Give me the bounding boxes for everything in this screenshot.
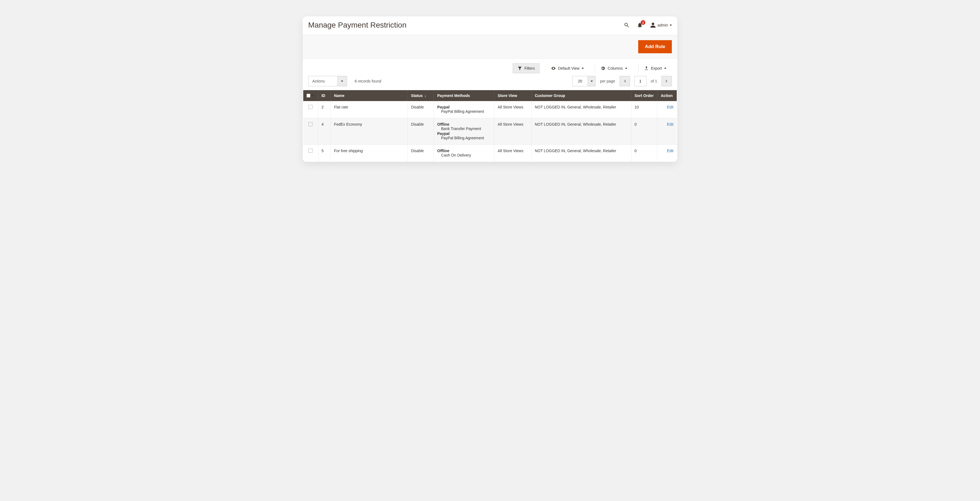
payment-method-group: Paypal: [437, 132, 491, 136]
cell-action: Edit: [657, 145, 677, 162]
col-header-sort-order[interactable]: Sort Order: [631, 90, 657, 101]
next-page-button[interactable]: [662, 76, 672, 86]
prev-page-button[interactable]: [620, 76, 630, 86]
caret-down-icon: [341, 81, 343, 82]
cell-name: Flat rate: [331, 101, 408, 118]
cell-status: Disable: [408, 118, 434, 145]
cell-status: Disable: [408, 145, 434, 162]
search-button[interactable]: [624, 22, 630, 28]
default-view-label: Default View: [558, 66, 579, 70]
col-header-checkbox[interactable]: [303, 90, 318, 101]
cell-id: 2: [318, 101, 331, 118]
cell-action: Edit: [657, 118, 677, 145]
caret-down-icon: [590, 81, 593, 82]
chevron-right-icon: [665, 79, 668, 83]
payment-method-item: PayPal Billing Agreement: [437, 136, 491, 140]
admin-panel-card: Manage Payment Restriction 3 admin Add R…: [303, 16, 677, 162]
page-header: Manage Payment Restriction 3 admin: [303, 16, 677, 35]
sort-down-icon: ↓: [425, 94, 426, 98]
grid-toolbar: Filters Default View Columns Export: [303, 59, 677, 75]
cell-store-view: All Store Views: [495, 101, 531, 118]
row-checkbox[interactable]: [309, 149, 313, 153]
payment-method-group: Offline: [437, 122, 491, 127]
caret-down-icon: [312, 95, 313, 97]
select-all-checkbox[interactable]: [307, 94, 310, 98]
payment-method-group: Offline: [437, 149, 491, 153]
eye-icon: [551, 66, 556, 71]
records-found-label: 6 records found: [355, 79, 381, 83]
cell-payment-methods: PaypalPayPal Billing Agreement: [434, 101, 495, 118]
row-checkbox[interactable]: [309, 122, 313, 126]
row-checkbox[interactable]: [309, 105, 313, 109]
primary-action-bar: Add Rule: [303, 35, 677, 59]
col-header-id[interactable]: ID: [318, 90, 331, 101]
export-icon: [644, 66, 649, 71]
caret-down-icon: [664, 68, 667, 69]
payment-method-item: Bank Transfer Payment: [437, 127, 491, 131]
grid-controls: Actions 6 records found 20 per page of 1: [303, 75, 677, 90]
export-dropdown[interactable]: Export: [638, 64, 672, 72]
cell-store-view: All Store Views: [495, 118, 531, 145]
notifications-button[interactable]: 3: [637, 22, 643, 28]
edit-link[interactable]: Edit: [667, 105, 673, 109]
per-page-select[interactable]: 20: [572, 76, 596, 86]
cell-sort-order: 0: [631, 145, 657, 162]
notification-badge: 3: [641, 20, 645, 25]
add-rule-button[interactable]: Add Rule: [638, 40, 672, 53]
per-page-caret: [588, 76, 595, 86]
search-icon: [624, 22, 630, 28]
cell-action: Edit: [657, 101, 677, 118]
grid-controls-left: Actions 6 records found: [308, 76, 381, 86]
header-actions: 3 admin: [624, 22, 672, 28]
cell-payment-methods: OfflineCash On Delivery: [434, 145, 495, 162]
payment-method-group: Paypal: [437, 105, 491, 109]
default-view-dropdown[interactable]: Default View: [546, 64, 589, 72]
cell-sort-order: 10: [631, 101, 657, 118]
bulk-actions-select[interactable]: Actions: [308, 76, 347, 86]
grid-controls-right: 20 per page of 1: [572, 76, 672, 86]
cell-id: 5: [318, 145, 331, 162]
payment-method-item: PayPal Billing Agreement: [437, 109, 491, 114]
col-header-status[interactable]: Status↓: [408, 90, 434, 101]
bulk-actions-label: Actions: [309, 79, 337, 83]
grid-header-row: ID Name Status↓ Payment Methods Store Vi…: [303, 90, 677, 101]
per-page-value: 20: [573, 79, 588, 83]
col-header-name[interactable]: Name: [331, 90, 408, 101]
cell-customer-group: NOT LOGGED IN, General, Wholesale, Retai…: [531, 118, 631, 145]
bulk-actions-caret: [337, 76, 347, 86]
status-header-text: Status: [411, 94, 423, 98]
caret-down-icon: [670, 25, 672, 26]
cell-status: Disable: [408, 101, 434, 118]
funnel-icon: [517, 66, 522, 71]
col-header-store-view[interactable]: Store View: [495, 90, 531, 101]
user-icon: [650, 22, 656, 28]
filters-label: Filters: [525, 66, 535, 70]
export-label: Export: [651, 66, 662, 70]
cell-payment-methods: OfflineBank Transfer PaymentPaypalPayPal…: [434, 118, 495, 145]
col-header-action: Action: [657, 90, 677, 101]
columns-label: Columns: [608, 66, 623, 70]
edit-link[interactable]: Edit: [667, 122, 673, 127]
filters-button[interactable]: Filters: [513, 63, 539, 73]
page-total-label: of 1: [651, 79, 657, 83]
per-page-label: per page: [600, 79, 615, 83]
rules-grid: ID Name Status↓ Payment Methods Store Vi…: [303, 90, 677, 162]
caret-down-icon: [625, 68, 627, 69]
cell-customer-group: NOT LOGGED IN, General, Wholesale, Retai…: [531, 145, 631, 162]
cell-id: 4: [318, 118, 331, 145]
gear-icon: [600, 66, 605, 71]
page-title: Manage Payment Restriction: [308, 21, 407, 30]
edit-link[interactable]: Edit: [667, 149, 673, 153]
columns-dropdown[interactable]: Columns: [595, 64, 632, 72]
cell-sort-order: 0: [631, 118, 657, 145]
page-number-input[interactable]: [635, 76, 646, 86]
admin-account-dropdown[interactable]: admin: [650, 22, 672, 28]
cell-name: FedEx Economy: [331, 118, 408, 145]
col-header-payment-methods[interactable]: Payment Methods: [434, 90, 495, 101]
col-header-customer-group[interactable]: Customer Group: [531, 90, 631, 101]
payment-method-item: Cash On Delivery: [437, 153, 491, 157]
chevron-left-icon: [624, 79, 626, 83]
cell-name: For free shipping: [331, 145, 408, 162]
caret-down-icon: [582, 68, 584, 69]
admin-label: admin: [658, 23, 668, 27]
